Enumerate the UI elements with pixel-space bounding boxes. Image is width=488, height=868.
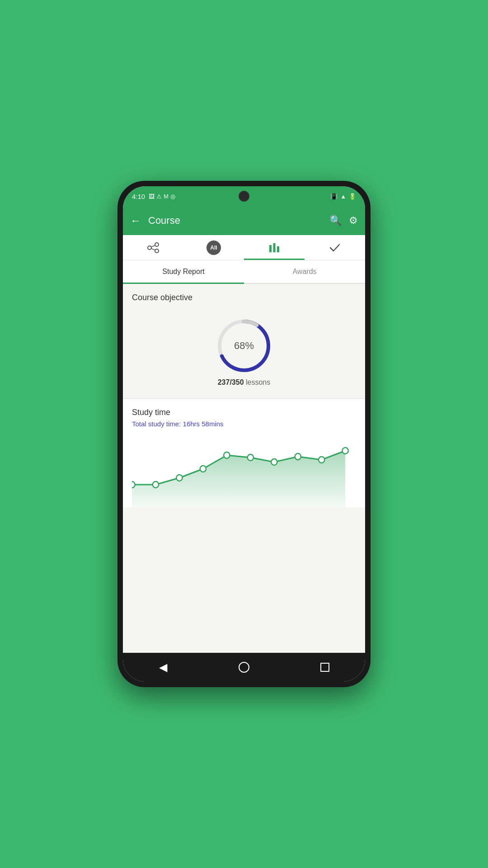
circle-progress-container: 68% 237/350 lessons [132,310,356,391]
data-point-2 [176,475,182,481]
data-point-9 [342,448,348,454]
gmail-icon: M [164,193,169,200]
all-badge: All [206,241,221,255]
nav-recent-button[interactable] [314,656,336,679]
tab-chart-active[interactable] [244,235,305,260]
data-point-4 [224,452,230,458]
sub-tabs: Study Report Awards [123,260,365,284]
back-button[interactable]: ← [130,214,141,227]
settings-button[interactable]: ⚙ [349,215,358,226]
gallery-icon: 🖼 [149,193,155,200]
tab-all[interactable]: All [183,235,244,260]
back-icon: ◀ [159,661,167,674]
data-point-3 [200,466,206,472]
status-time: 4:10 [132,193,145,200]
content-area: Course objective 68% [123,284,365,653]
connections-icon [147,241,160,254]
data-point-1 [153,481,159,488]
chart-icon [268,241,281,254]
nav-back-button[interactable]: ◀ [152,656,174,679]
tab-icons-row: All [123,235,365,260]
svg-rect-5 [269,245,272,252]
svg-line-3 [151,245,155,247]
svg-point-1 [155,243,159,246]
alert-icon: ⚠ [156,193,162,200]
lessons-completed: 237/350 [218,378,244,386]
svg-point-2 [155,249,159,253]
progress-percent-label: 68% [234,340,254,352]
study-chart-svg [132,435,356,507]
search-button[interactable]: 🔍 [329,215,342,226]
data-point-8 [319,457,324,463]
circle-progress: 68% [217,319,271,373]
bottom-nav: ◀ [123,653,365,682]
chart-container [132,435,356,507]
lessons-unit: lessons [244,378,271,386]
wifi-icon: ▲ [340,193,346,200]
target-icon: ◎ [170,193,175,200]
total-study-time: Total study time: 16hrs 58mins [132,420,356,428]
status-icons: 🖼 ⚠ M ◎ [149,193,175,200]
svg-rect-7 [277,246,279,252]
nav-home-button[interactable] [233,656,255,679]
data-point-0 [132,481,135,488]
tab-awards[interactable]: Awards [244,260,365,283]
svg-rect-6 [273,243,276,252]
data-point-5 [248,454,253,461]
status-left: 4:10 🖼 ⚠ M ◎ [132,193,175,200]
app-bar: ← Course 🔍 ⚙ [123,206,365,235]
svg-point-0 [148,246,151,250]
app-title: Course [148,215,322,226]
phone-screen: 4:10 🖼 ⚠ M ◎ 📳 ▲ 🔋 ← Course 🔍 ⚙ [123,186,365,682]
svg-line-4 [151,249,155,250]
course-objective-title: Course objective [132,293,356,302]
data-point-6 [271,459,277,465]
study-time-title: Study time [132,408,356,417]
data-point-7 [295,453,301,460]
check-icon [328,241,341,254]
status-right: 📳 ▲ 🔋 [330,193,356,200]
home-icon [239,662,249,673]
camera-lens [239,191,249,202]
lessons-text: 237/350 lessons [218,378,271,387]
recent-icon [320,663,329,672]
course-objective-section: Course objective 68% [123,284,365,398]
vibrate-icon: 📳 [330,193,338,200]
battery-icon: 🔋 [349,193,356,200]
tab-connections[interactable] [123,235,183,260]
tab-check[interactable] [305,235,365,260]
study-time-section: Study time Total study time: 16hrs 58min… [123,399,365,507]
tab-study-report[interactable]: Study Report [123,260,244,283]
phone-frame: 4:10 🖼 ⚠ M ◎ 📳 ▲ 🔋 ← Course 🔍 ⚙ [117,181,371,687]
